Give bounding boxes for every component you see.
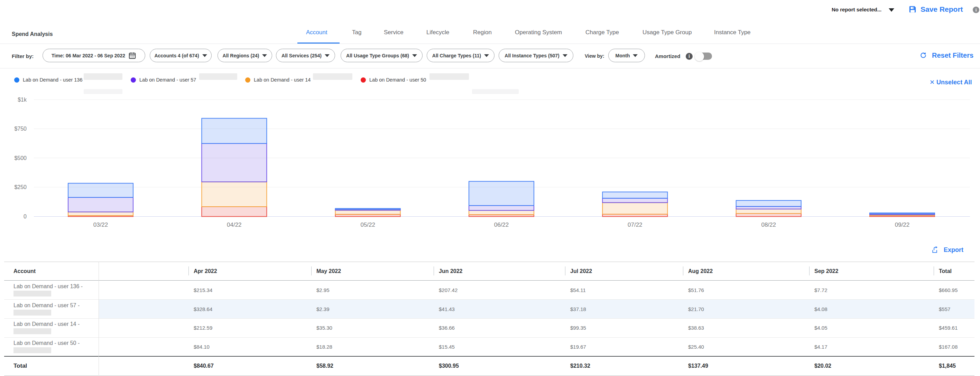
svg-text:0: 0 [24, 214, 27, 219]
svg-text:03/22: 03/22 [93, 222, 108, 228]
svg-text:$500: $500 [14, 155, 27, 161]
svg-text:$250: $250 [14, 184, 27, 190]
svg-text:05/22: 05/22 [360, 222, 375, 228]
svg-text:09/22: 09/22 [895, 222, 910, 228]
svg-text:04/22: 04/22 [227, 222, 242, 228]
svg-text:$750: $750 [14, 126, 27, 132]
svg-text:$1k: $1k [18, 97, 27, 103]
svg-text:06/22: 06/22 [494, 222, 509, 228]
svg-text:07/22: 07/22 [628, 222, 643, 228]
svg-text:08/22: 08/22 [761, 222, 776, 228]
